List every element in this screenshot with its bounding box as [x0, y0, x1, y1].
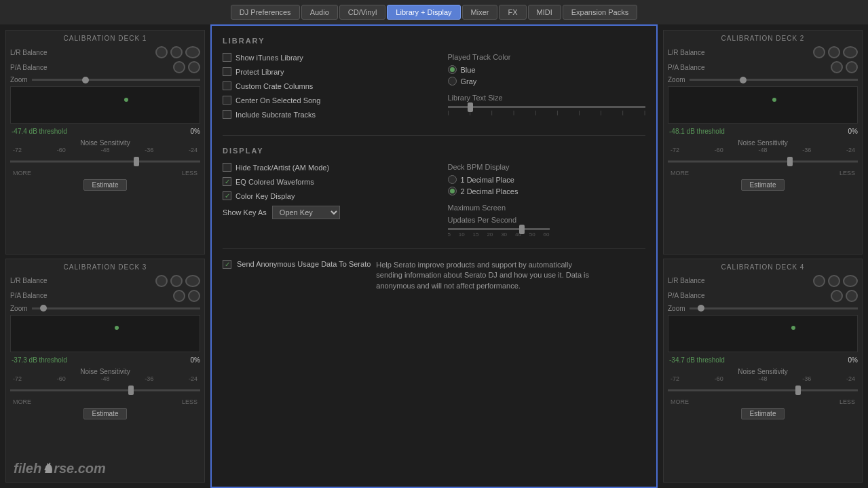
pa-knob-1b[interactable]: [188, 61, 200, 73]
zoom-thumb-1[interactable]: [82, 77, 89, 83]
updates-slider-thumb[interactable]: [519, 225, 525, 234]
threshold-bar-2: [668, 86, 858, 124]
noise-scale-2: -72-60-48-36-24: [668, 147, 858, 153]
center-panel: LIBRARY Show iTunes Library Protect Libr…: [210, 24, 658, 488]
deck-bpm-label: Deck BPM Display: [448, 163, 646, 171]
noise-slider-4[interactable]: [668, 383, 858, 397]
protect-library-checkbox[interactable]: [223, 67, 231, 76]
zoom-thumb-3[interactable]: [40, 305, 47, 312]
pa-knob-1a[interactable]: [173, 61, 185, 73]
knob-1c[interactable]: [185, 46, 200, 58]
center-selected-label: Center On Selected Song: [235, 96, 320, 105]
lib-slider-thumb[interactable]: [468, 102, 473, 112]
include-subcrate-checkbox[interactable]: [223, 110, 231, 119]
estimate-btn-2[interactable]: Estimate: [741, 179, 785, 191]
hide-track-checkbox[interactable]: [223, 163, 231, 172]
threshold-pct-2: 0%: [848, 128, 858, 135]
pa-knob-2b[interactable]: [846, 61, 858, 73]
knob-4a[interactable]: [813, 275, 825, 287]
pa-balance-knobs-1: [173, 61, 200, 73]
center-selected-checkbox[interactable]: [223, 96, 231, 105]
show-itunes-row: Show iTunes Library: [223, 53, 421, 62]
protect-library-label: Protect Library: [235, 68, 284, 76]
nav-midi[interactable]: MIDI: [528, 5, 561, 20]
pa-knob-2a[interactable]: [831, 61, 843, 73]
knob-3b[interactable]: [170, 275, 183, 287]
bpm-1-decimal-label: 1 Decimal Place: [461, 176, 514, 184]
estimate-btn-3[interactable]: Estimate: [83, 408, 128, 419]
knob-2a[interactable]: [813, 46, 825, 58]
library-checkboxes: Show iTunes Library Protect Library Cust…: [223, 53, 421, 124]
knob-2b[interactable]: [828, 46, 840, 58]
color-key-label: Color Key Display: [235, 192, 295, 200]
updates-ticks: 510152030405060: [448, 231, 550, 238]
noise-label-2: Noise Sensitivity: [668, 139, 858, 147]
show-key-as-label: Show Key As: [223, 208, 267, 217]
knob-4b[interactable]: [828, 275, 840, 287]
noise-slider-3[interactable]: [10, 383, 200, 397]
zoom-slider-2[interactable]: [690, 79, 858, 81]
show-key-as-dropdown[interactable]: Open Key: [272, 206, 340, 219]
nav-library-display[interactable]: Library + Display: [387, 5, 460, 20]
zoom-slider-4[interactable]: [690, 307, 858, 309]
played-track-color-label: Played Track Color: [448, 53, 646, 61]
lr-balance-label-4: L/R Balance: [668, 277, 709, 284]
color-key-checkbox[interactable]: [223, 191, 231, 200]
zoom-slider-1[interactable]: [32, 79, 200, 81]
filehorse-text: fileh♞rse.com: [14, 461, 106, 476]
noise-thumb-4[interactable]: [795, 386, 801, 395]
threshold-pct-3: 0%: [191, 356, 200, 364]
custom-crate-checkbox[interactable]: [223, 81, 231, 90]
knob-3a[interactable]: [155, 275, 168, 287]
knob-4c[interactable]: [843, 275, 858, 287]
pa-knob-3b[interactable]: [188, 290, 200, 302]
eq-colored-row: EQ Colored Waveforms: [223, 177, 421, 186]
estimate-btn-1[interactable]: Estimate: [83, 179, 128, 191]
noise-label-3: Noise Sensitivity: [10, 368, 200, 375]
color-blue-radio[interactable]: [448, 65, 457, 74]
nav-expansion-packs[interactable]: Expansion Packs: [563, 5, 637, 20]
zoom-thumb-4[interactable]: [698, 305, 704, 312]
estimate-btn-4[interactable]: Estimate: [741, 408, 785, 419]
pa-knob-4b[interactable]: [846, 290, 858, 302]
updates-slider-track[interactable]: [448, 228, 550, 230]
zoom-thumb-2[interactable]: [740, 77, 747, 83]
noise-slider-2[interactable]: [668, 155, 858, 168]
nav-mixer[interactable]: Mixer: [462, 5, 498, 20]
noise-thumb-2[interactable]: [787, 157, 793, 166]
pa-knob-3a[interactable]: [173, 290, 185, 302]
noise-slider-1[interactable]: [10, 155, 200, 168]
library-text-slider[interactable]: [448, 106, 646, 108]
bpm-1-decimal-radio[interactable]: [448, 175, 457, 184]
bpm-2-decimal-radio[interactable]: [448, 187, 457, 195]
noise-label-4: Noise Sensitivity: [668, 368, 858, 375]
display-right-options: Deck BPM Display 1 Decimal Place 2 Decim…: [434, 163, 646, 238]
knob-3c[interactable]: [185, 275, 200, 287]
eq-colored-checkbox[interactable]: [223, 177, 231, 186]
pa-balance-label-3: P/A Balance: [10, 292, 51, 299]
anon-checkbox[interactable]: [223, 260, 231, 269]
show-itunes-checkbox[interactable]: [223, 53, 231, 62]
color-gray-row: Gray: [448, 77, 646, 86]
noise-thumb-3[interactable]: [128, 386, 134, 395]
pa-knob-4a[interactable]: [831, 290, 843, 302]
library-display-divider: [223, 135, 645, 136]
nav-audio[interactable]: Audio: [301, 5, 338, 20]
nav-dj-preferences[interactable]: DJ Preferences: [231, 5, 300, 20]
noise-thumb-1[interactable]: [134, 157, 139, 166]
anon-checkbox-label: Send Anonymous Usage Data To Serato: [237, 260, 371, 268]
color-blue-label: Blue: [461, 66, 476, 74]
nav-cd-vinyl[interactable]: CD/Vinyl: [339, 5, 386, 20]
knob-1b[interactable]: [170, 46, 183, 58]
zoom-slider-3[interactable]: [32, 307, 200, 309]
knob-2c[interactable]: [843, 46, 858, 58]
nav-fx[interactable]: FX: [499, 5, 526, 20]
color-blue-row: Blue: [448, 65, 646, 74]
max-screen-updates-section: Maximum Screen Updates Per Second 510152…: [448, 204, 646, 238]
color-gray-radio[interactable]: [448, 77, 457, 86]
noise-scale-4: -72-60-48-36-24: [668, 375, 858, 382]
lib-text-size-ticks: ||||||||||: [448, 109, 646, 115]
threshold-bar-4: [668, 315, 858, 352]
knob-1a[interactable]: [155, 46, 168, 58]
deck-4-title: CALIBRATION DECK 4: [668, 263, 858, 271]
